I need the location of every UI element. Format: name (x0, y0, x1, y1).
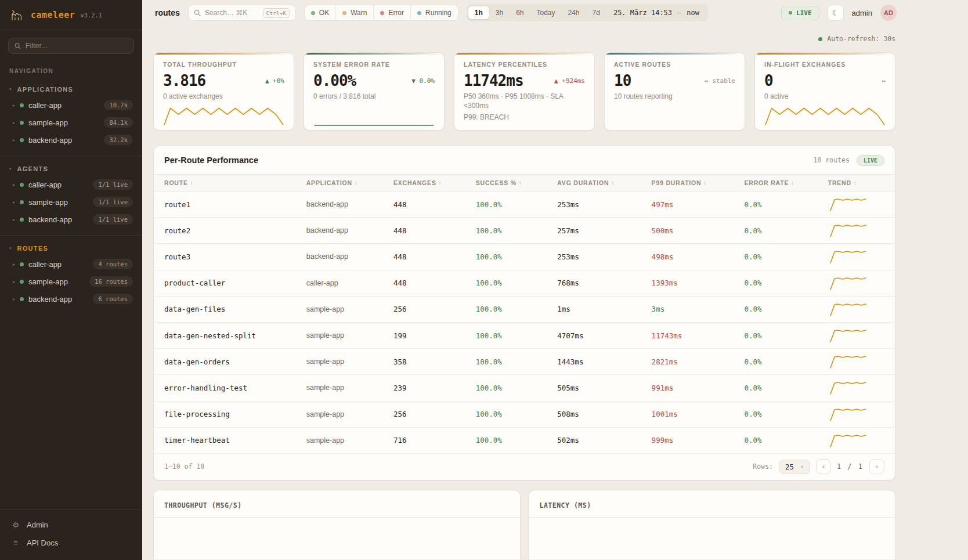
count-badge: 4 routes (93, 259, 133, 269)
running-dot (417, 11, 421, 15)
cell-route: route2 (154, 226, 296, 235)
count-badge: 1/1 live (93, 197, 133, 207)
table-row[interactable]: product-caller caller-app 448 100.0% 768… (154, 270, 895, 297)
status-dot (20, 183, 24, 187)
sidebar-item-backend-app-agent[interactable]: ▸ backend-app 1/1 live (0, 211, 142, 228)
table-row[interactable]: data-gen-files sample-app 256 100.0% 1ms… (154, 297, 895, 323)
sidebar-item-sample-app-routes[interactable]: ▸ sample-app 16 routes (0, 273, 142, 290)
live-dot (789, 11, 792, 15)
chevron-down-icon: ▾ (9, 87, 12, 92)
table-row[interactable]: route3 backend-app 448 100.0% 253ms 498m… (154, 244, 895, 270)
cell-exchanges: 448 (383, 226, 465, 235)
count-badge: 1/1 live (93, 179, 133, 190)
kpi-value: 10 (614, 72, 631, 89)
kpi-system-error-rate: SYSTEM ERROR RATE 0.00% ▼ 0.0% 0 errors … (304, 52, 445, 131)
rows-per-page-select[interactable]: 25 ▾ (779, 460, 810, 474)
logo-row[interactable]: cameleer v3.2.1 (0, 0, 142, 30)
cell-p99-duration: 497ms (641, 200, 734, 209)
cell-exchanges: 239 (383, 384, 465, 392)
sidebar-filter[interactable] (8, 38, 134, 54)
time-range-3h[interactable]: 3h (489, 6, 510, 19)
live-status-badge[interactable]: LIVE (781, 6, 819, 20)
cell-success: 100.0% (465, 252, 547, 261)
date-end: now (687, 9, 699, 17)
theme-toggle-button[interactable]: ☾ (828, 5, 844, 21)
cell-avg-duration: 257ms (547, 226, 641, 235)
kpi-total-throughput: TOTAL THROUGHPUT 3.816 ▲ +0% 0 active ex… (153, 52, 294, 131)
table-row[interactable]: error-handling-test sample-app 239 100.0… (154, 375, 895, 401)
sidebar-item-sample-app-agent[interactable]: ▸ sample-app 1/1 live (0, 193, 142, 211)
cell-error-rate: 0.0% (734, 200, 818, 209)
filter-chip-ok[interactable]: OK (305, 5, 335, 20)
column-header-p99-duration[interactable]: P99 DURATION↕ (641, 179, 734, 186)
status-dot (20, 138, 24, 142)
date-range-picker[interactable]: 25. März 14:53 – now (606, 9, 706, 17)
time-range-7d[interactable]: 7d (586, 6, 606, 19)
prev-page-button[interactable]: ‹ (816, 459, 831, 474)
item-label: caller-app (28, 180, 88, 189)
search-icon (15, 42, 21, 49)
sidebar-item-admin[interactable]: ⚙ Admin (0, 516, 142, 534)
section-header-routes[interactable]: ▾ ROUTES (0, 241, 142, 255)
cell-p99-duration: 1393ms (641, 279, 734, 287)
chart-title: THROUGHPUT (MSG/S) (164, 501, 242, 510)
time-range-24h[interactable]: 24h (562, 6, 586, 19)
trend-sparkline (828, 248, 870, 265)
footer-item-label: Admin (27, 521, 48, 529)
column-header-error-rate[interactable]: ERROR RATE↕ (734, 179, 818, 186)
column-header-success[interactable]: SUCCESS %↕ (465, 179, 547, 186)
column-header-route[interactable]: ROUTE↕ (154, 179, 296, 186)
search-input[interactable] (205, 9, 263, 17)
table-row[interactable]: timer-heartbeat sample-app 716 100.0% 50… (154, 428, 895, 454)
table-row[interactable]: route1 backend-app 448 100.0% 253ms 497m… (154, 192, 895, 218)
cell-success: 100.0% (465, 410, 547, 418)
cell-application: sample-app (296, 357, 383, 366)
table-row[interactable]: data-gen-orders sample-app 358 100.0% 14… (154, 349, 895, 375)
sidebar-item-caller-app[interactable]: ▸ caller-app 10.7k (0, 96, 142, 114)
rows-per-page-label: Rows: (753, 463, 773, 471)
time-range-1h[interactable]: 1h (468, 6, 489, 19)
filter-chip-error[interactable]: Error (373, 5, 410, 20)
avatar[interactable]: AD (880, 5, 897, 21)
sidebar-item-backend-app[interactable]: ▸ backend-app 32.2k (0, 131, 142, 149)
cell-error-rate: 0.0% (734, 279, 818, 287)
column-header-trend[interactable]: TREND↕ (818, 179, 895, 186)
time-range-today[interactable]: Today (530, 6, 561, 19)
sidebar-item-backend-app-routes[interactable]: ▸ backend-app 6 routes (0, 290, 142, 308)
sidebar-item-sample-app[interactable]: ▸ sample-app 84.1k (0, 114, 142, 131)
next-page-button[interactable]: › (869, 459, 884, 474)
cell-error-rate: 0.0% (734, 331, 818, 340)
time-range-6h[interactable]: 6h (510, 6, 530, 19)
sidebar-item-caller-app-agent[interactable]: ▸ caller-app 1/1 live (0, 176, 142, 193)
sidebar-item-caller-app-routes[interactable]: ▸ caller-app 4 routes (0, 255, 142, 273)
section-header-applications[interactable]: ▾ APPLICATIONS (0, 82, 142, 96)
chevron-down-icon: ▾ (801, 464, 804, 469)
section-label: APPLICATIONS (17, 86, 74, 93)
section-header-agents[interactable]: ▾ AGENTS (0, 162, 142, 176)
filter-chip-warn[interactable]: Warn (335, 5, 373, 20)
kpi-label: LATENCY PERCENTILES (464, 61, 585, 68)
chevron-right-icon: ▸ (13, 297, 15, 302)
sidebar-filter-input[interactable] (26, 42, 128, 50)
filter-chip-running[interactable]: Running (410, 5, 458, 20)
section-label: ROUTES (17, 245, 49, 252)
error-rate-sparkline (313, 114, 435, 127)
cell-avg-duration: 768ms (547, 279, 641, 287)
column-header-application[interactable]: APPLICATION↕ (296, 179, 383, 186)
nav-section-label: NAVIGATION (9, 68, 133, 74)
table-row[interactable]: route2 backend-app 448 100.0% 257ms 500m… (154, 218, 895, 244)
sidebar-item-api-docs[interactable]: ≡ API Docs (0, 534, 142, 552)
sort-icon: ↕ (355, 180, 357, 186)
sidebar: cameleer v3.2.1 NAVIGATION ▾ APPLICATION… (0, 0, 142, 560)
column-header-avg-duration[interactable]: AVG DURATION↕ (547, 179, 641, 186)
status-dot (20, 200, 24, 204)
column-header-exchanges[interactable]: EXCHANGES↕ (383, 179, 465, 186)
status-filter-group: OK Warn Error Running (304, 5, 458, 21)
cell-exchanges: 448 (383, 279, 465, 287)
item-label: backend-app (28, 136, 99, 144)
global-search[interactable]: Ctrl+K (188, 5, 296, 21)
table-row[interactable]: data-gen-nested-split sample-app 199 100… (154, 323, 895, 349)
table-row[interactable]: file-processing sample-app 256 100.0% 50… (154, 402, 895, 428)
cell-error-rate: 0.0% (734, 357, 818, 366)
camel-logo-icon (9, 8, 26, 22)
